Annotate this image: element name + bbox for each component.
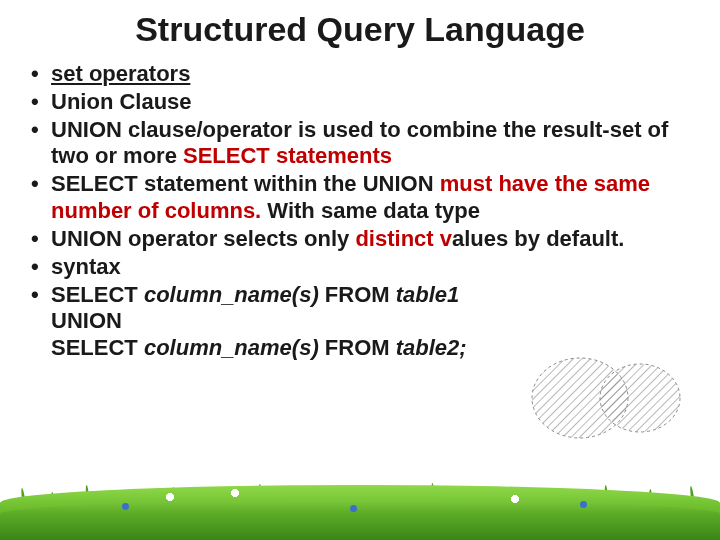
svg-point-2 [600, 364, 680, 432]
text-set-operators: set operators [51, 61, 190, 86]
text-distinct-a: UNION operator selects only [51, 226, 355, 251]
flower-icon [350, 505, 357, 512]
bullet-set-operators: set operators [25, 61, 695, 88]
text-union-desc-b: SELECT statements [183, 143, 392, 168]
flower-icon [122, 503, 129, 510]
text-select-c: With same data type [267, 198, 480, 223]
flower-icon [165, 492, 175, 502]
flower-icon [510, 494, 520, 504]
text-sql-2: UNION [51, 308, 695, 335]
text-sql-3b: column_name(s) [144, 335, 325, 360]
bullet-select-columns: SELECT statement within the UNION must h… [25, 171, 695, 225]
text-syntax: syntax [51, 254, 121, 279]
text-select-a: SELECT statement within the UNION [51, 171, 440, 196]
flower-icon [580, 501, 587, 508]
text-union-clause: Union Clause [51, 89, 192, 114]
text-sql-3a: SELECT [51, 335, 144, 360]
bullet-distinct: UNION operator selects only distinct val… [25, 226, 695, 253]
bullet-list: set operators Union Clause UNION clause/… [25, 61, 695, 362]
text-sql-1b: column_name(s) [144, 282, 325, 307]
flower-icon [230, 488, 240, 498]
grass-decoration [0, 465, 720, 540]
venn-diagram-icon [522, 350, 692, 445]
bullet-union-clause: Union Clause [25, 89, 695, 116]
text-sql-3d: table2; [396, 335, 467, 360]
slide-title: Structured Query Language [25, 10, 695, 49]
grass-front-layer [0, 500, 720, 540]
text-distinct-b: distinct v [355, 226, 452, 251]
text-sql-3c: FROM [325, 335, 396, 360]
text-sql-1a: SELECT [51, 282, 144, 307]
bullet-union-desc: UNION clause/operator is used to combine… [25, 117, 695, 171]
text-sql-1c: FROM [325, 282, 396, 307]
bullet-syntax: syntax [25, 254, 695, 281]
text-distinct-c: alues by default. [452, 226, 624, 251]
slide-container: Structured Query Language set operators … [0, 0, 720, 540]
text-sql-1d: table1 [396, 282, 460, 307]
